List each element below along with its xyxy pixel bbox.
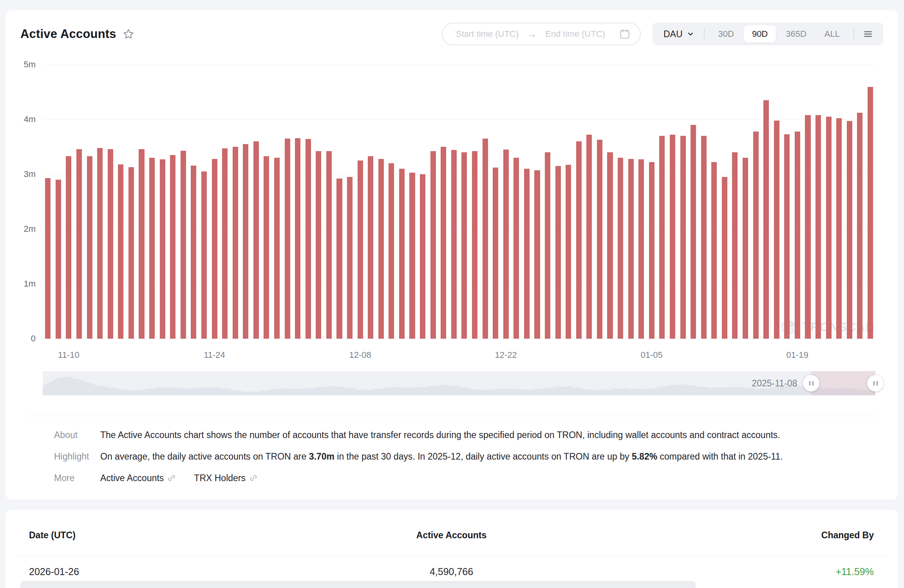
date-range-input[interactable]: Start time (UTC) → End time (UTC) — [442, 23, 641, 45]
bar-slot — [803, 65, 813, 339]
range-button-all[interactable]: ALL — [816, 25, 848, 43]
bar-slot — [95, 65, 105, 339]
x-axis-tick-label: 11-24 — [204, 350, 225, 360]
bar-slot — [438, 65, 449, 339]
table-divider — [16, 555, 888, 556]
toolbar-divider — [704, 29, 705, 39]
bar-2025-12-08 — [358, 161, 363, 339]
bar-slot — [272, 65, 282, 339]
timeline-brush[interactable]: 2025-11-08 — [43, 371, 875, 395]
pause-bars-icon — [873, 381, 875, 386]
x-axis-labels: 11-1011-2412-0812-2201-0501-19 — [43, 345, 875, 359]
bar-2026-01-06 — [659, 136, 665, 339]
brush-start-date-label: 2025-11-08 — [752, 378, 797, 389]
more-link-trx-holders[interactable]: TRX Holders — [194, 473, 258, 484]
bar-2025-11-19 — [160, 159, 165, 339]
brush-selection-window[interactable] — [811, 371, 875, 395]
bar-slot — [750, 65, 761, 339]
toolbar-divider — [853, 29, 854, 39]
bar-2025-11-09 — [56, 180, 61, 339]
bar-slot — [220, 65, 230, 339]
bar-slot — [376, 65, 387, 339]
more-label: More — [54, 473, 100, 484]
more-row: More Active Accounts TRX Holders — [54, 473, 875, 484]
chart-header: Active Accounts Start time (UTC) → End t… — [20, 22, 883, 46]
bar-slot — [261, 65, 272, 339]
column-header-date: Date (UTC) — [29, 530, 311, 541]
bar-slot — [657, 65, 667, 339]
cell-date: 2026-01-26 — [29, 566, 311, 577]
range-button-30d[interactable]: 30D — [710, 25, 742, 43]
range-button-365d[interactable]: 365D — [777, 25, 815, 43]
bar-slot — [626, 65, 636, 339]
column-header-changed-by: Changed By — [592, 530, 874, 541]
bar-slot — [855, 65, 865, 339]
start-time-placeholder: Start time (UTC) — [456, 29, 519, 39]
bar-2026-01-03 — [628, 159, 634, 339]
bar-slot — [126, 65, 137, 339]
more-link-active-accounts[interactable]: Active Accounts — [100, 473, 176, 484]
brush-left-handle[interactable] — [803, 375, 819, 391]
brush-sparkline — [43, 371, 875, 395]
pause-bars-icon — [812, 381, 814, 386]
plot-area[interactable]: TRONSCAN 5m4m3m2m1m0 — [43, 65, 875, 339]
bar-slot — [459, 65, 470, 339]
bar-slot — [136, 65, 147, 339]
bar-2025-11-11 — [76, 149, 82, 339]
bar-slot — [823, 65, 834, 339]
bar-2025-11-26 — [233, 147, 238, 339]
table-row: 2026-01-26 4,590,766 +11.59% — [29, 566, 874, 577]
bar-2026-01-13 — [732, 152, 738, 339]
table-header-row: Date (UTC) Active Accounts Changed By — [29, 530, 874, 541]
bar-slot — [240, 65, 251, 339]
highlight-text: On average, the daily active accounts on… — [100, 451, 783, 462]
bar-slot — [501, 65, 511, 339]
highlight-text-part: in the past 30 days. In 2025-12, daily a… — [334, 451, 632, 462]
arrow-right-icon: → — [527, 29, 537, 40]
bar-slot — [53, 65, 64, 339]
bar-2026-01-25 — [857, 113, 862, 339]
bar-slot — [522, 65, 532, 339]
bar-2026-01-10 — [701, 136, 707, 339]
about-text: The Active Accounts chart shows the numb… — [100, 429, 780, 441]
bar-slot — [667, 65, 678, 339]
bar-2025-11-29 — [264, 156, 269, 339]
link-icon — [167, 474, 176, 482]
range-button-90d[interactable]: 90D — [744, 25, 776, 43]
bar-2025-11-13 — [97, 148, 103, 339]
bar-slot — [782, 65, 792, 339]
bar-2025-11-15 — [118, 164, 123, 339]
bar-2026-01-12 — [722, 177, 727, 339]
x-axis-tick-label: 01-19 — [786, 350, 808, 360]
bar-2025-12-31 — [597, 140, 602, 339]
bar-2025-11-27 — [243, 144, 248, 339]
bar-slot — [532, 65, 542, 339]
brush-right-handle[interactable] — [867, 375, 884, 391]
metric-selector-dau[interactable]: DAU — [660, 29, 698, 40]
bar-2026-01-26 — [868, 87, 873, 339]
chart-menu-button[interactable] — [860, 29, 876, 39]
bar-slot — [418, 65, 428, 339]
favorite-button[interactable] — [123, 28, 134, 40]
bar-2025-11-22 — [191, 166, 196, 339]
cell-active-accounts: 4,590,766 — [311, 566, 592, 577]
bar-2026-01-20 — [805, 115, 810, 339]
bar-2025-12-13 — [409, 173, 415, 339]
bar-2025-12-02 — [295, 138, 300, 339]
bar-2025-11-16 — [128, 167, 134, 339]
bar-2025-12-01 — [285, 139, 290, 339]
bar-slot — [449, 65, 459, 339]
bar-slot — [157, 65, 168, 339]
bar-2025-12-05 — [326, 151, 332, 339]
bar-slot — [553, 65, 563, 339]
bar-slot — [636, 65, 647, 339]
calendar-icon[interactable] — [619, 28, 631, 40]
gridline — [43, 339, 875, 339]
bar-2026-01-14 — [743, 158, 748, 339]
hamburger-menu-icon — [863, 29, 873, 39]
metric-selector-label: DAU — [664, 29, 683, 40]
bar-slot — [230, 65, 240, 339]
bar-slot — [355, 65, 365, 339]
bar-2025-11-28 — [253, 141, 259, 339]
bar-2026-01-21 — [815, 115, 821, 339]
